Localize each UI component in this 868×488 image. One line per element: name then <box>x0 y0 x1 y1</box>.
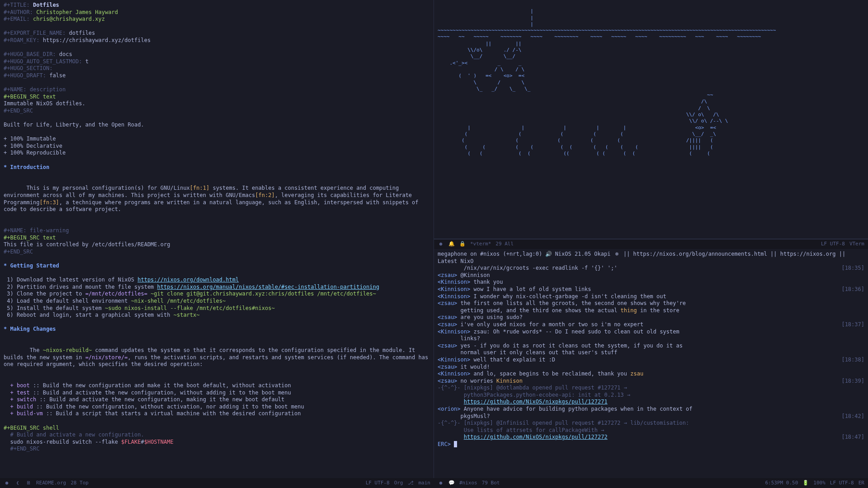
making-changes-paragraph: The ~nixos-rebuild~ command updates the … <box>4 340 430 375</box>
speaker-icon: 🔊 <box>545 251 552 258</box>
pr-127271-link[interactable]: https://github.com/NixOS/nixpkgs/pull/12… <box>464 399 608 405</box>
end-src-2: #+END_SRC <box>4 249 430 256</box>
circle-icon: ● <box>438 480 444 486</box>
snowflake-icon: ❄ <box>614 251 620 258</box>
org-name-warn: #+NAME: file-warning <box>4 227 430 235</box>
irc-bot-msg: -{^-^}- [nixpkgs] @dotlambda opened pull… <box>438 385 864 392</box>
erc-buffer[interactable]: megaphone on #nixos (+nrt,lag:0) 🔊 NixOS… <box>434 249 868 478</box>
encoding: LF UTF-8 <box>366 480 390 486</box>
org-email: chris@chrishayward.xyz <box>33 16 105 22</box>
cursor <box>454 441 457 447</box>
step-1: 1) Download the latest version of NixOS … <box>4 277 430 284</box>
org-key-email: #+EMAIL: <box>4 16 30 22</box>
org-key-hugolm: #+HUGO_AUTO_SET_LASTMOD: <box>4 58 82 65</box>
chevron-left-icon: ❮ <box>14 480 21 486</box>
branch-icon: ⎇ <box>408 480 414 486</box>
org-title: Dotfiles <box>33 2 59 8</box>
major-mode: ER <box>859 480 864 486</box>
circle-icon: ● <box>4 480 10 486</box>
bullet-immutable: + 100% Immutable <box>4 136 430 143</box>
position: 79 Bot <box>482 480 500 486</box>
org-key-title: #+TITLE: <box>4 2 30 8</box>
erc-prompt-line[interactable]: ERC> <box>438 441 864 448</box>
sh-comment: # Build and activate a new configuration… <box>4 432 430 439</box>
org-key-hugodraft: #+HUGO_DRAFT: <box>4 72 46 79</box>
irc-topic-2: /nix/var/nix/gcroots -exec readlink -f '… <box>438 265 864 272</box>
org-buffer[interactable]: #+TITLE: Dotfiles #+AUTHOR: Christopher … <box>0 0 434 478</box>
opt-build-vm: + build-vm :: Build a script that starts… <box>4 410 430 418</box>
warn-body: This file is controlled by /etc/dotfiles… <box>4 241 430 249</box>
modeline-irc: ● 💬 #nixos 79 Bot 6:53PM 0.50 🔋 100% LF … <box>434 478 868 488</box>
org-name-desc: #+NAME: description <box>4 86 430 94</box>
buffer-name: *vterm* <box>470 241 491 247</box>
bullet-reproducible: + 100% Reproducible <box>4 150 430 157</box>
begin-src-shell: #+BEGIN_SRC shell <box>4 425 430 432</box>
org-key-roam: #+ROAM_KEY: <box>4 37 39 43</box>
footnote-2[interactable]: [fn:2] <box>255 192 274 198</box>
step-2: 2) Partition drives and mount the file s… <box>4 284 430 291</box>
lock-icon: 🔒 <box>459 241 466 247</box>
vterm-buffer[interactable]: | | | ~~~~~~~~~~~~~~~~~~~~~~~~~~~~~~~~~~… <box>434 0 868 239</box>
opt-switch: + switch :: Build and activate the new c… <box>4 396 430 404</box>
heading-getting-started[interactable]: * Getting Started <box>4 263 430 270</box>
org-key-hugosect: #+HUGO_SECTION: <box>4 65 52 71</box>
ascii-art: | | | ~~~~~~~~~~~~~~~~~~~~~~~~~~~~~~~~~~… <box>438 8 864 157</box>
position: 29 All <box>495 241 514 247</box>
opt-test: + test :: Build and activate the new con… <box>4 389 430 397</box>
heading-introduction[interactable]: * Introduction <box>4 164 430 171</box>
position: 28 Top <box>71 480 89 486</box>
buffer-name: #nixos <box>459 480 477 486</box>
circle-icon: ● <box>438 241 444 247</box>
bell-icon: 🔔 <box>448 241 455 247</box>
footnote-3[interactable]: [fn:3] <box>39 199 59 206</box>
pr-127272-link[interactable]: https://github.com/NixOS/nixpkgs/pull/12… <box>464 434 608 440</box>
opt-build: + build :: Build the new configuration, … <box>4 404 430 411</box>
chat-icon: 💬 <box>448 480 455 486</box>
encoding: LF UTF-8 <box>821 241 845 247</box>
org-author: Christopher James Hayward <box>36 9 118 15</box>
org-key-author: #+AUTHOR: <box>4 9 33 15</box>
end-src-3: #+END_SRC <box>4 446 430 453</box>
heading-making-changes[interactable]: * Making Changes <box>4 326 430 333</box>
battery-pct: 100% <box>813 480 826 486</box>
major-mode: Org <box>394 480 403 486</box>
org-key-hugobase: #+HUGO_BASE_DIR: <box>4 51 56 57</box>
begin-src-text-2: #+BEGIN_SRC text <box>4 235 430 242</box>
clock: 6:53PM 0.50 <box>765 480 798 486</box>
opt-boot: + boot :: Build the new configuration an… <box>4 382 430 389</box>
desc-body: Immutable NixOS dotfiles. <box>4 100 430 108</box>
step-3: 3) Clone the project to =/mnt/etc/dotfil… <box>4 291 430 298</box>
tagline: Built for Life, Liberty, and the Open Ro… <box>4 122 430 129</box>
end-src: #+END_SRC <box>4 108 430 115</box>
step-5: 5) Install the default system ~sudo nixo… <box>4 305 430 312</box>
nixos-download-link[interactable]: https://nixos.org/download.html <box>137 277 239 283</box>
modeline-left: ● ❮ 🗎 README.org 28 Top LF UTF-8 Org ⎇ m… <box>0 478 434 488</box>
modeline-vterm: ● 🔔 🔒 *vterm* 29 All LF UTF-8 VTerm <box>434 239 868 249</box>
intro-paragraph: This is my personal configuration(s) for… <box>4 178 430 221</box>
buffer-name: README.org <box>36 480 66 486</box>
git-branch: main <box>419 480 431 486</box>
file-icon: 🗎 <box>25 480 32 486</box>
footnote-1[interactable]: [fn:1] <box>190 185 209 191</box>
org-key-export: #+EXPORT_FILE_NAME: <box>4 30 66 36</box>
step-6: 6) Reboot and login, start a graphical s… <box>4 312 430 319</box>
bullet-declarative: + 100% Declarative <box>4 143 430 150</box>
erc-prompt: ERC> <box>438 441 451 447</box>
major-mode: VTerm <box>849 241 864 247</box>
begin-src-text: #+BEGIN_SRC text <box>4 94 430 101</box>
nixos-partition-link[interactable]: https://nixos.org/manual/nixos/stable/#s… <box>157 284 379 290</box>
step-4: 4) Load the default shell environment ~n… <box>4 298 430 305</box>
encoding: LF UTF-8 <box>830 480 854 486</box>
irc-topic: megaphone on #nixos (+nrt,lag:0) 🔊 NixOS… <box>438 251 864 265</box>
sh-command: sudo nixos-rebuild switch --flake $FLAKE… <box>4 439 430 446</box>
battery-icon: 🔋 <box>802 480 809 486</box>
